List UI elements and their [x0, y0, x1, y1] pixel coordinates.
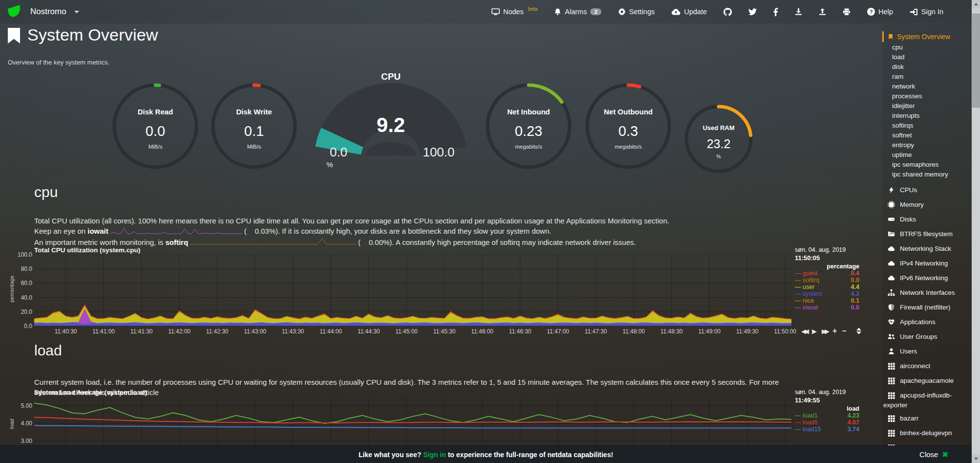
sidebar-item-ipv4-networking[interactable]: IPv4 Networking	[882, 257, 971, 271]
github-icon	[724, 8, 732, 16]
sidebar-item-user-groups[interactable]: User Groups	[882, 330, 971, 345]
sidebar-item-disks[interactable]: Disks	[882, 213, 971, 227]
sidebar-item-bazarr[interactable]: bazarr	[882, 412, 971, 426]
legend-item-iowait[interactable]: —iowait0.0	[795, 304, 859, 311]
grid-icon	[888, 415, 895, 424]
seek-forward-icon[interactable]: ▶▶	[822, 328, 828, 335]
gauge-units: megabits/s	[585, 144, 671, 150]
cpu-chart-toolbar: ◀◀ ▶ ▶▶ + −	[801, 327, 847, 335]
sidebar-item-ipv6-networking[interactable]: IPv6 Networking	[882, 271, 971, 286]
netdata-logo[interactable]	[7, 4, 21, 20]
gear-icon	[618, 8, 626, 16]
legend-date: søn. 04. aug. 2019	[795, 246, 859, 253]
legend-item-load5[interactable]: —load54.07	[795, 419, 859, 426]
signin-link[interactable]: Sign in	[423, 451, 446, 459]
github-button[interactable]	[724, 8, 732, 16]
gauge-value: 0.23	[486, 123, 572, 139]
scrollbar-thumb[interactable]	[972, 14, 980, 108]
print-button[interactable]	[843, 8, 851, 16]
page-scrollbar[interactable]	[972, 0, 980, 463]
sidebar-item-system-overview[interactable]: System Overview	[882, 31, 971, 42]
sidebar-item-network[interactable]: network	[882, 81, 971, 91]
legend-item-load1[interactable]: —load14.23	[795, 412, 859, 419]
sidebar-item-memory[interactable]: Memory	[882, 198, 971, 213]
caret-down-icon[interactable]	[74, 11, 79, 13]
gauge-net-inbound[interactable]: Net Inbound0.23megabits/s	[486, 83, 572, 169]
sidebar-item-disk[interactable]: disk	[882, 62, 971, 71]
monitor-icon	[491, 8, 500, 16]
sidebar-item-idlejitter[interactable]: idlejitter	[882, 101, 971, 110]
cpu-chart[interactable]	[34, 255, 791, 328]
facebook-button[interactable]	[773, 8, 778, 16]
sidebar-item-load[interactable]: load	[882, 52, 971, 62]
sidebar-item-softnet[interactable]: softnet	[882, 130, 971, 140]
nodes-button[interactable]: Nodesbeta	[491, 8, 537, 16]
sidebar-item-users[interactable]: Users	[882, 345, 971, 359]
bell-icon	[554, 8, 561, 16]
legend-item-nice[interactable]: —nice0.1	[795, 297, 859, 304]
sidebar-item-entropy[interactable]: entropy	[882, 140, 971, 150]
zoom-in-icon[interactable]: +	[832, 327, 837, 335]
play-icon[interactable]: ▶	[812, 328, 817, 335]
cloud-icon	[888, 274, 895, 284]
legend-item-user[interactable]: —user4.4	[795, 284, 859, 290]
gauge-title: Disk Read	[112, 108, 198, 116]
sidebar-item-ipc-semaphores[interactable]: ipc semaphores	[882, 159, 971, 169]
hostname-dropdown[interactable]: Nostromo	[30, 7, 66, 17]
sidebar-item-cpus[interactable]: CPUs	[882, 183, 971, 198]
twitter-button[interactable]	[748, 8, 757, 16]
alarms-button[interactable]: Alarms 2	[554, 8, 601, 16]
download-button[interactable]	[795, 8, 802, 16]
gauge-value: 23.2	[684, 137, 753, 151]
sidebar-item-firewall-netfilter-[interactable]: Firewall (netfilter)	[882, 301, 971, 315]
print-icon	[843, 8, 851, 16]
sidebar-item-processes[interactable]: processes	[882, 91, 971, 101]
sidebar-item-apcupsd-influxdb-exporter[interactable]: apcupsd-influxdb-exporter	[882, 389, 971, 412]
scroll-up-arrow[interactable]	[972, 0, 980, 8]
page-subtitle: Overview of the key system metrics.	[8, 59, 109, 66]
update-button[interactable]: Update	[671, 8, 707, 16]
sidebar-item-network-interfaces[interactable]: Network Interfaces	[882, 286, 971, 301]
gauge-cpu[interactable]: CPU 9.2 0.0 100.0 %	[315, 71, 467, 174]
seek-backward-icon[interactable]: ◀◀	[801, 328, 807, 335]
sidebar-item-binhex-delugevpn[interactable]: binhex-delugevpn	[882, 426, 971, 441]
disks-icon	[888, 216, 895, 225]
legend-item-system[interactable]: —system4.3	[795, 290, 859, 297]
xtick-label: 11:47:30	[585, 328, 607, 335]
zoom-out-icon[interactable]: −	[842, 327, 846, 335]
cpu-description: Total CPU utilization (all cores). 100% …	[34, 216, 796, 248]
xtick-label: 11:41:00	[92, 328, 115, 335]
gauge-net-outbound[interactable]: Net Outbound0.3megabits/s	[585, 83, 671, 169]
legend-item-load15[interactable]: —load153.74	[795, 426, 859, 433]
gauge-disk-write[interactable]: Disk Write0.1MiB/s	[211, 83, 297, 169]
legend-item-guest[interactable]: —guest0.4	[795, 270, 859, 277]
upload-button[interactable]	[819, 8, 826, 16]
sidebar-item-airconnect[interactable]: airconnect	[882, 359, 971, 374]
gauge-used-ram[interactable]: Used RAM23.2%	[684, 105, 753, 173]
legend-item-softirq[interactable]: —softirq0.0	[795, 277, 859, 284]
ytick-label: 4.00	[11, 420, 32, 427]
sidebar-item-ram[interactable]: ram	[882, 71, 971, 81]
close-banner-button[interactable]: Close✖	[919, 450, 948, 459]
sidebar-item-cpu[interactable]: cpu	[882, 42, 971, 52]
sidebar-item-btrfs-filesystem[interactable]: BTRFS filesystem	[882, 227, 971, 242]
sidebar-item-interrupts[interactable]: interrupts	[882, 110, 971, 120]
xtick-label: 11:49:00	[698, 328, 721, 335]
sidebar-item-uptime[interactable]: uptime	[882, 150, 971, 159]
settings-button[interactable]: Settings	[618, 8, 655, 16]
ytick-label: 0.0	[11, 323, 32, 330]
softirq-sparkline	[190, 238, 356, 248]
sidebar-item-softirqs[interactable]: softirqs	[882, 120, 971, 130]
sidebar-item-ipc-shared-memory[interactable]: ipc shared memory	[882, 169, 971, 179]
xtick-label: 11:43:30	[282, 328, 304, 335]
resize-handle-icon[interactable]	[856, 328, 861, 334]
sidebar-item-apacheguacamole[interactable]: apacheguacamole	[882, 374, 971, 389]
load-description: Current system load, i.e. the number of …	[34, 377, 796, 397]
user-groups-icon	[888, 333, 895, 342]
gauge-disk-read[interactable]: Disk Read0.0MiB/s	[112, 83, 198, 169]
sidebar-item-networking-stack[interactable]: Networking Stack	[882, 242, 971, 257]
scroll-down-arrow[interactable]	[972, 455, 980, 463]
help-button[interactable]: ? Help	[867, 8, 893, 16]
sidebar-item-applications[interactable]: Applications	[882, 315, 971, 330]
signin-button[interactable]: Sign In	[910, 8, 943, 16]
